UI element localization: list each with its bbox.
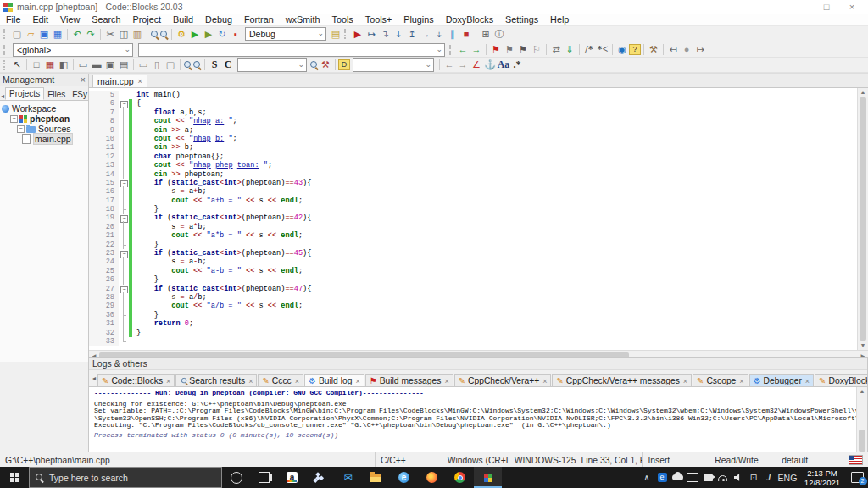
search-options-icon[interactable]: ⚒ [319,58,332,71]
swap-header-source-icon[interactable]: ⇄ [549,43,563,56]
menu-item-settings[interactable]: Settings [499,14,544,25]
highlight-icon[interactable]: ∠ [470,58,483,71]
settings-wrench-icon[interactable]: ⚒ [647,43,660,56]
next-instruction-icon[interactable]: → [419,28,432,41]
hidden-icons-chevron[interactable]: ∧ [639,467,654,488]
editor-vscroll-thumb[interactable] [860,97,866,341]
scope-select-arrow-icon[interactable]: ⌄ [124,45,131,53]
project-tree[interactable]: Workspace−pheptoan−Sourcesmain.cpp [0,101,88,362]
edge-tray-icon[interactable]: e [654,467,670,488]
layout-pane2-icon[interactable]: ▬ [90,58,103,71]
step-into-instruction-icon[interactable]: ⇣ [432,28,446,41]
sizer-grid-icon[interactable]: ▢ [164,58,177,71]
log-tab-cccc[interactable]: ✎Cccc× [258,374,303,386]
toolbar-grip[interactable] [3,60,8,70]
tab-close-icon[interactable]: × [805,377,810,385]
tab-close-icon[interactable]: × [248,377,253,385]
stream-comment-icon[interactable]: *< [596,43,609,56]
toolbar-grip[interactable] [3,29,8,39]
stop-debugger-icon[interactable]: ■ [459,28,473,41]
menu-item-tools[interactable]: Tools+ [359,14,398,25]
log-tab-cppcheck-vera-messages[interactable]: ✎CppCheck/Vera++ messages× [552,374,692,386]
codeblocks-button[interactable] [474,467,502,488]
layout-pane3-icon[interactable]: ▣ [103,58,117,71]
tree-item-pheptoan[interactable]: −pheptoan [2,114,88,124]
volume-icon[interactable] [731,467,746,488]
save-icon[interactable]: ▣ [37,28,51,41]
goto-forward-icon[interactable]: → [470,43,483,56]
management-tab-fsy[interactable]: FSy [69,89,91,100]
onedrive-icon[interactable] [670,467,685,488]
goto-back-icon[interactable]: ← [456,43,470,56]
layout-pane4-icon[interactable]: ▤ [117,58,131,71]
file-explorer-button[interactable] [362,467,390,488]
clear-bookmarks-icon[interactable]: ⚐ [530,43,543,56]
tree-expander-icon[interactable]: − [10,115,18,123]
language-indicator[interactable]: ENG [776,467,798,488]
management-close-icon[interactable]: × [81,75,86,85]
tab-close-icon[interactable]: × [444,377,448,385]
build-and-run-icon[interactable]: ▶ [202,28,215,41]
dropbox-button[interactable] [306,467,334,488]
select-until-icon[interactable]: ⚓ [483,58,497,71]
mail-button[interactable]: ✉ [334,467,362,488]
pointer-icon[interactable]: ↖ [10,58,24,71]
start-button[interactable] [0,467,29,488]
run-to-cursor-icon[interactable]: ↦ [364,28,378,41]
notification-center-button[interactable]: 2 [846,467,868,488]
next-line-icon[interactable]: ↴ [378,28,392,41]
zoom-out-icon[interactable] [183,60,192,69]
menu-item-view[interactable]: View [54,14,86,25]
symbol-select-arrow-icon[interactable]: ⌄ [436,45,442,53]
log-tab-cppcheck-vera-[interactable]: ✎CppCheck/Vera++× [454,374,552,386]
step-out-icon[interactable]: ↥ [405,28,419,41]
edge-button[interactable]: e [390,467,418,488]
taskbar-search-input[interactable]: Type here to search [29,467,222,488]
open-file-icon[interactable]: ▱ [24,28,37,41]
editor-vertical-scrollbar[interactable]: ▲ ▼ [857,88,868,350]
a-app-button[interactable]: a [278,467,306,488]
menu-item-debug[interactable]: Debug [199,14,238,25]
www-icon[interactable]: ◉ [615,43,629,56]
run-icon[interactable]: ▶ [188,28,202,41]
log-scroll-up-icon[interactable]: ▲ [860,387,865,396]
save-all-icon[interactable]: ▦ [51,28,64,41]
next-result-icon[interactable]: → [456,58,470,71]
log-tab-cscope[interactable]: ✎Cscope× [693,374,748,386]
match-case-icon[interactable]: Aa [497,58,510,71]
search-combo[interactable]: ⌄ [237,58,307,72]
prev-result-icon[interactable]: ← [442,58,456,71]
cortana-button[interactable] [222,467,250,488]
unikey-icon[interactable]: J [761,467,776,488]
sizer-h-icon[interactable]: ▭ [136,58,150,71]
cut-icon[interactable]: ✂ [103,28,117,41]
jump-back-icon[interactable]: ↤ [666,43,680,56]
scroll-down-icon[interactable]: ▼ [860,341,866,350]
taskbar-clock[interactable]: 2:13 PM12/8/2021 [798,469,846,487]
display-icon[interactable] [685,467,700,488]
block-comment-icon[interactable]: /* [582,43,596,56]
build-log-output[interactable]: -------------- Run: Debug in pheptoan (c… [89,387,856,452]
management-tab-files[interactable]: Files [44,89,69,100]
log-tab-search-results[interactable]: ⌕Search results× [175,374,257,386]
menu-item-plugins[interactable]: Plugins [398,14,439,25]
copy-icon[interactable]: ◫ [117,28,131,41]
find-icon[interactable] [150,30,159,39]
next-bookmark-icon[interactable]: ⚑ [516,43,530,56]
tab-close-icon[interactable]: × [542,377,547,385]
wxsmith-split-icon[interactable]: ◧ [57,58,70,71]
close-button[interactable]: × [839,0,865,14]
find-in-files-icon[interactable] [159,30,169,39]
toggle-bookmark-icon[interactable]: ⚑ [489,43,503,56]
scroll-up-icon[interactable]: ▲ [860,88,866,97]
editor-tab-close-icon[interactable]: × [138,77,142,86]
log-tab-build-messages[interactable]: ⚑Build messages× [365,374,453,386]
log-tab-scroll-left-icon[interactable]: ◂ [91,374,97,382]
toolbar-grip[interactable] [3,45,8,55]
debug-search-icon[interactable]: D [338,59,350,70]
menu-item-file[interactable]: File [0,14,26,25]
class-letter-icon[interactable]: C [221,58,235,71]
regex-icon[interactable]: .* [510,58,524,71]
wifi-icon[interactable] [715,467,731,488]
menu-item-tools[interactable]: Tools [326,14,359,25]
